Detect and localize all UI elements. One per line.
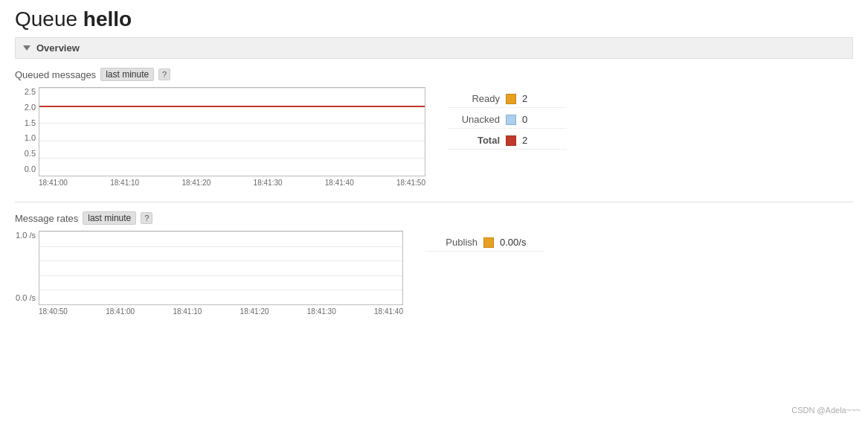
queued-messages-chart-container: 2.5 2.0 1.5 1.0 0.5 0.0 xyxy=(15,87,425,187)
legend-unacked: Unacked 0 xyxy=(448,111,567,129)
grid-line xyxy=(39,141,425,141)
message-rates-chart-legend: 1.0 /s 0.0 /s xyxy=(15,231,853,316)
message-rates-header: Message rates last minute ? xyxy=(15,211,853,225)
message-rates-x-axis: 18:40:50 18:41:00 18:41:10 18:41:20 18:4… xyxy=(39,307,403,316)
overview-section-header: Overview xyxy=(15,37,853,59)
queued-messages-badge[interactable]: last minute xyxy=(100,68,154,81)
legend-ready-color xyxy=(506,94,516,104)
grid-line xyxy=(39,290,402,290)
page-title: Queue hello xyxy=(15,7,853,31)
legend-publish-label: Publish xyxy=(425,237,478,248)
legend-total-value: 2 xyxy=(522,135,527,146)
legend-total-color xyxy=(506,135,516,146)
queued-messages-section: Queued messages last minute ? 2.5 2.0 1.… xyxy=(15,68,853,187)
message-rates-title: Message rates xyxy=(15,213,78,224)
legend-unacked-value: 0 xyxy=(522,114,527,125)
queued-messages-x-axis: 18:41:00 18:41:10 18:41:20 18:41:30 18:4… xyxy=(39,179,425,187)
message-rates-section: Message rates last minute ? 1.0 /s 0.0 /… xyxy=(15,211,853,316)
legend-ready-value: 2 xyxy=(522,93,527,104)
legend-ready-label: Ready xyxy=(448,93,500,104)
grid-line xyxy=(39,176,425,176)
queued-messages-header: Queued messages last minute ? xyxy=(15,68,853,81)
grid-line xyxy=(39,123,425,124)
grid-line xyxy=(39,246,402,247)
legend-publish-color xyxy=(483,237,494,248)
queued-messages-title: Queued messages xyxy=(15,69,96,80)
watermark: CSDN @Adela~~~ xyxy=(791,406,861,415)
section-divider xyxy=(15,202,853,202)
grid-line xyxy=(39,158,425,159)
page-container: Queue hello Overview Queued messages las… xyxy=(0,0,868,338)
grid-line xyxy=(39,260,402,261)
grid-line xyxy=(39,304,402,305)
overview-label: Overview xyxy=(36,42,80,54)
message-rates-help[interactable]: ? xyxy=(141,212,152,224)
queued-messages-chart-area xyxy=(39,87,425,176)
grid-line xyxy=(39,275,402,276)
queued-messages-chart-legend: 2.5 2.0 1.5 1.0 0.5 0.0 xyxy=(15,87,853,187)
message-rates-chart-inner: 18:40:50 18:41:00 18:41:10 18:41:20 18:4… xyxy=(39,231,403,316)
message-rates-legend: Publish 0.00/s xyxy=(425,234,544,252)
legend-unacked-label: Unacked xyxy=(448,114,500,125)
legend-publish-value: 0.00/s xyxy=(500,237,526,248)
queued-messages-help[interactable]: ? xyxy=(158,68,170,80)
queued-messages-y-axis: 2.5 2.0 1.5 1.0 0.5 0.0 xyxy=(15,87,36,187)
grid-line xyxy=(39,231,402,232)
message-rates-chart-container: 1.0 /s 0.0 /s xyxy=(15,231,403,316)
queued-messages-legend: Ready 2 Unacked 0 Total 2 xyxy=(448,90,567,150)
ready-data-line xyxy=(39,106,425,107)
message-rates-y-axis: 1.0 /s 0.0 /s xyxy=(15,231,36,316)
legend-publish: Publish 0.00/s xyxy=(425,234,544,252)
legend-unacked-color xyxy=(506,115,516,125)
message-rates-badge[interactable]: last minute xyxy=(83,211,136,225)
legend-ready: Ready 2 xyxy=(448,90,567,108)
legend-total-label: Total xyxy=(448,135,500,146)
grid-line xyxy=(39,88,425,89)
message-rates-chart-area xyxy=(39,231,403,305)
queued-messages-chart-inner: 18:41:00 18:41:10 18:41:20 18:41:30 18:4… xyxy=(39,87,425,187)
legend-total: Total 2 xyxy=(448,132,567,150)
collapse-icon[interactable] xyxy=(23,45,30,51)
